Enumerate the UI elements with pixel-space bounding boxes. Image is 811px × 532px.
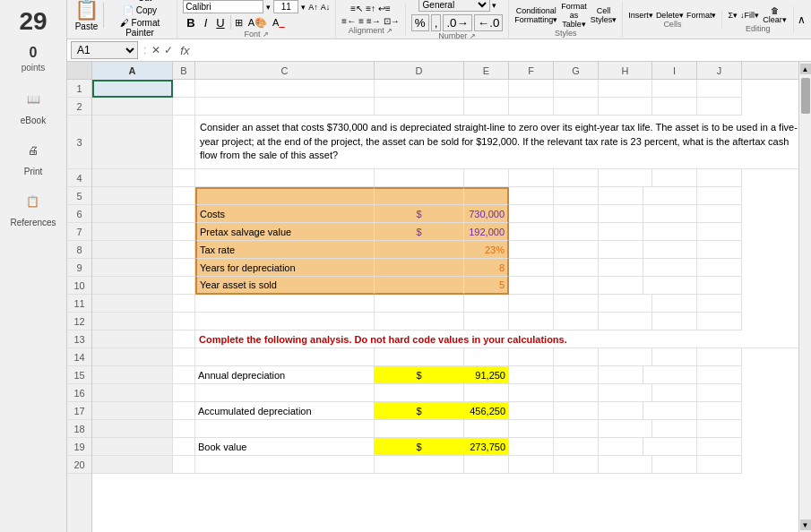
cell-a4[interactable] [92,169,173,187]
cell-h2[interactable] [599,98,652,116]
cell-h8[interactable] [599,241,643,259]
cell-c6[interactable]: Costs [195,205,375,223]
cell-b17[interactable] [173,402,195,420]
border-button[interactable]: ⊞ [233,17,245,29]
cell-g6[interactable] [554,205,599,223]
cell-d11[interactable] [375,295,464,313]
cell-c2[interactable] [195,98,375,116]
cell-j19[interactable] [697,438,742,456]
cell-h20[interactable] [599,456,652,474]
confirm-formula-button[interactable]: ✓ [164,44,173,56]
cell-f4[interactable] [509,169,554,187]
cell-g7[interactable] [554,223,599,241]
cell-a18[interactable] [92,420,173,438]
autosum-button[interactable]: Σ▾ [728,11,738,20]
cell-i7[interactable] [643,223,697,241]
cell-g4[interactable] [554,169,599,187]
cell-i15[interactable] [643,366,697,384]
cell-d4[interactable] [375,169,464,187]
cell-d14[interactable] [375,348,464,366]
formula-input[interactable] [196,44,807,56]
cell-f18[interactable] [509,420,554,438]
cell-i1[interactable] [652,80,697,98]
percent-button[interactable]: % [411,14,429,31]
cell-b7[interactable] [173,223,195,241]
cell-h9[interactable] [599,259,643,277]
col-header-f[interactable]: F [509,62,554,80]
sidebar-item-references[interactable]: 📋 References [10,187,56,227]
cell-g11[interactable] [554,295,599,313]
cell-b6[interactable] [173,205,195,223]
cell-i18[interactable] [652,420,697,438]
align-left-button[interactable]: ≡← [341,16,356,26]
cell-c19[interactable]: Book value [195,438,375,456]
cell-styles-button[interactable]: CellStyles▾ [591,6,617,24]
cell-h15[interactable] [599,366,643,384]
cell-b16[interactable] [173,384,195,402]
cell-a8[interactable] [92,241,173,259]
cell-e10[interactable]: 5 [464,277,509,295]
cell-b9[interactable] [173,259,195,277]
cell-c10[interactable]: Year asset is sold [195,277,375,295]
cell-d6[interactable]: $ [375,205,464,223]
cell-j15[interactable] [697,366,742,384]
cell-f17[interactable] [509,402,554,420]
cell-g8[interactable] [554,241,599,259]
cell-a5[interactable] [92,187,173,205]
cell-d17[interactable]: $ [375,402,464,420]
cell-j1[interactable] [697,80,742,98]
cell-b1[interactable] [173,80,195,98]
cell-f10[interactable] [509,277,554,295]
cell-g16[interactable] [554,384,599,402]
cell-i20[interactable] [652,456,697,474]
cell-i12[interactable] [652,313,697,330]
cell-i16[interactable] [652,384,697,402]
paste-button[interactable]: 📋 Paste [74,0,99,31]
cell-j18[interactable] [697,420,742,438]
instruction-cell[interactable]: Complete the following analysis. Do not … [195,330,798,348]
italic-button[interactable]: I [201,16,211,30]
cell-j17[interactable] [697,402,742,420]
cell-e4[interactable] [464,169,509,187]
col-header-e[interactable]: E [464,62,509,80]
cell-a2[interactable] [92,98,173,116]
cell-f15[interactable] [509,366,554,384]
cell-e20[interactable] [464,456,509,474]
cell-e12[interactable] [464,313,509,330]
cell-c7[interactable]: Pretax salvage value [195,223,375,241]
cell-f6[interactable] [509,205,554,223]
font-color-button[interactable]: A_ [271,17,286,28]
cell-c12[interactable] [195,313,375,330]
cell-f7[interactable] [509,223,554,241]
cell-g17[interactable] [554,402,599,420]
cell-d1[interactable] [375,80,464,98]
col-header-c[interactable]: C [195,62,375,80]
cell-d15[interactable]: $ [375,366,464,384]
font-size-input[interactable] [273,0,298,13]
cell-c16[interactable] [195,384,375,402]
cell-f9[interactable] [509,259,554,277]
cell-j8[interactable] [697,241,742,259]
cell-e11[interactable] [464,295,509,313]
ribbon-collapse-button[interactable]: ∧ [794,12,809,28]
cell-a7[interactable] [92,223,173,241]
increase-decimal-button[interactable]: .0→ [443,14,471,31]
scroll-thumb[interactable] [801,78,810,114]
cell-b12[interactable] [173,313,195,330]
cell-c17[interactable]: Accumulated depreciation [195,402,375,420]
cell-g19[interactable] [554,438,599,456]
cell-j20[interactable] [697,456,742,474]
cell-j14[interactable] [697,348,742,366]
cell-a13[interactable] [92,330,173,348]
cut-button[interactable]: ✂ Cut [108,0,171,4]
number-format-select[interactable]: General [418,0,490,12]
copy-button[interactable]: 📄 Copy [108,4,171,16]
decrease-decimal-button[interactable]: ←.0 [474,14,503,31]
cell-h18[interactable] [599,420,652,438]
description-cell[interactable]: Consider an asset that costs $730,000 an… [195,116,798,169]
cell-i4[interactable] [652,169,697,187]
col-header-b[interactable]: B [173,62,195,80]
cell-f11[interactable] [509,295,554,313]
cell-i10[interactable] [643,277,697,295]
delete-cells-button[interactable]: Delete▾ [656,11,684,20]
